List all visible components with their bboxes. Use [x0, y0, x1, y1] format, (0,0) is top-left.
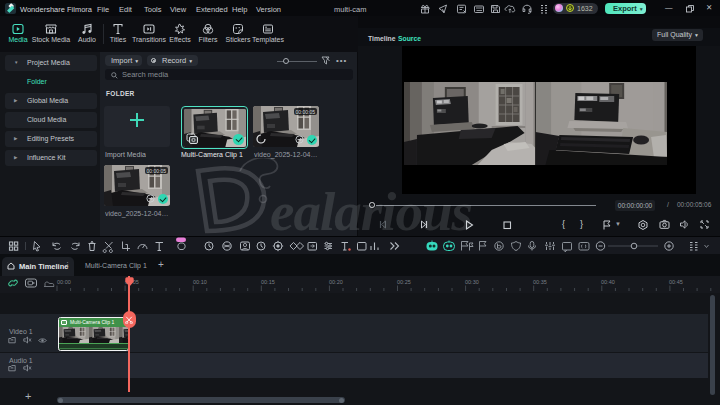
svg-text:ealarious: ealarious [270, 181, 472, 242]
